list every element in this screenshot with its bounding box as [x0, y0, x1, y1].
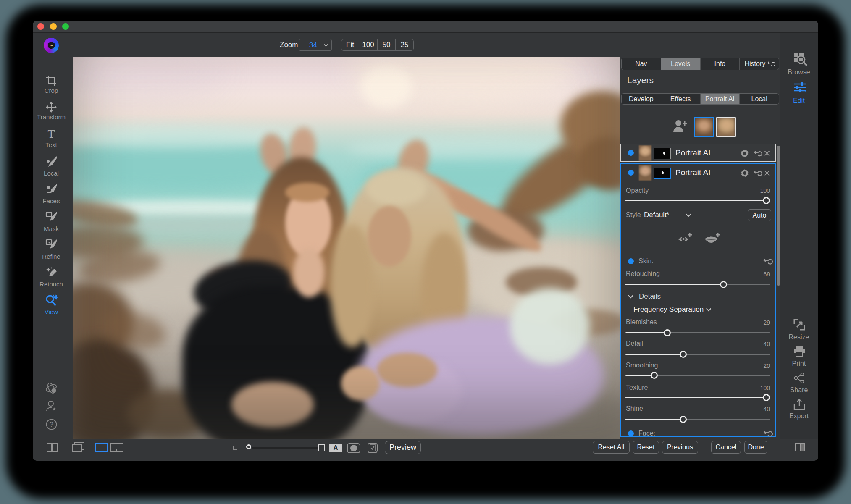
svg-text:?: ?: [50, 421, 53, 428]
